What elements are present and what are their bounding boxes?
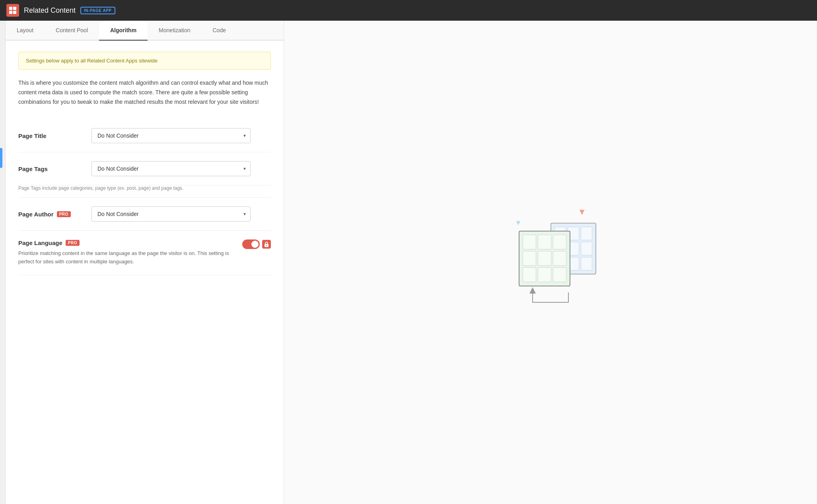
content-area: Settings below apply to all Related Cont… xyxy=(6,41,284,504)
page-author-select-wrapper: Do Not Consider Low Medium High Very Hig… xyxy=(91,206,251,222)
tabs-bar: Layout Content Pool Algorithm Monetizati… xyxy=(6,21,284,41)
arrow-top-left: ▼ xyxy=(515,219,522,227)
notice-text: Settings below apply to all Related Cont… xyxy=(26,58,158,64)
doc-box-main xyxy=(519,231,570,286)
algorithm-illustration: ▼ ▼ xyxy=(499,199,602,326)
page-author-pro-badge: PRO xyxy=(57,211,71,217)
in-page-badge: IN-PAGE APP xyxy=(80,7,115,14)
notice-box: Settings below apply to all Related Cont… xyxy=(18,52,271,70)
sidebar-left xyxy=(0,21,6,504)
page-language-section: Page Language PRO Prioritize matching co… xyxy=(18,239,233,266)
page-language-pro-badge: PRO xyxy=(66,240,80,246)
svg-point-1 xyxy=(266,245,267,246)
tab-code[interactable]: Code xyxy=(202,21,237,41)
tab-monetization[interactable]: Monetization xyxy=(148,21,201,41)
page-language-row: Page Language PRO Prioritize matching co… xyxy=(18,231,271,275)
page-language-label: Page Language PRO xyxy=(18,239,233,246)
algorithm-description: This is where you customize the content … xyxy=(18,78,271,107)
page-title-label: Page Title xyxy=(18,132,82,139)
app-icon xyxy=(6,4,19,17)
page-tags-select-wrapper: Do Not Consider Low Medium High Very Hig… xyxy=(91,161,251,176)
page-author-row: Page Author PRO Do Not Consider Low Medi… xyxy=(18,198,271,231)
page-author-select[interactable]: Do Not Consider Low Medium High Very Hig… xyxy=(91,206,251,222)
app-title: Related Content xyxy=(24,6,76,15)
page-tags-sub-description: Page Tags include page categories, page … xyxy=(18,182,271,198)
page-title-select[interactable]: Do Not Consider Low Medium High Very Hig… xyxy=(91,128,251,143)
page-language-description: Prioritize matching content in the same … xyxy=(18,249,233,266)
left-panel: Layout Content Pool Algorithm Monetizati… xyxy=(6,21,284,504)
tab-layout[interactable]: Layout xyxy=(6,21,45,41)
page-title-row: Page Title Do Not Consider Low Medium Hi… xyxy=(18,119,271,152)
page-title-select-wrapper: Do Not Consider Low Medium High Very Hig… xyxy=(91,128,251,143)
page-tags-row: Page Tags Do Not Consider Low Medium Hig… xyxy=(18,152,271,185)
page-author-label: Page Author PRO xyxy=(18,211,82,218)
arrow-top-right: ▼ xyxy=(578,207,586,217)
sidebar-active-indicator xyxy=(0,148,2,168)
top-bar: Related Content IN-PAGE APP xyxy=(0,0,817,21)
tab-content-pool[interactable]: Content Pool xyxy=(45,21,99,41)
tab-algorithm[interactable]: Algorithm xyxy=(99,21,148,41)
lock-icon xyxy=(262,240,271,249)
right-panel: ▼ ▼ xyxy=(284,21,817,504)
page-tags-select[interactable]: Do Not Consider Low Medium High Very Hig… xyxy=(91,161,251,176)
main-layout: Layout Content Pool Algorithm Monetizati… xyxy=(0,21,817,504)
page-language-toggle-control[interactable] xyxy=(242,239,271,249)
page-tags-label: Page Tags xyxy=(18,165,82,172)
page-language-toggle[interactable] xyxy=(242,239,260,249)
